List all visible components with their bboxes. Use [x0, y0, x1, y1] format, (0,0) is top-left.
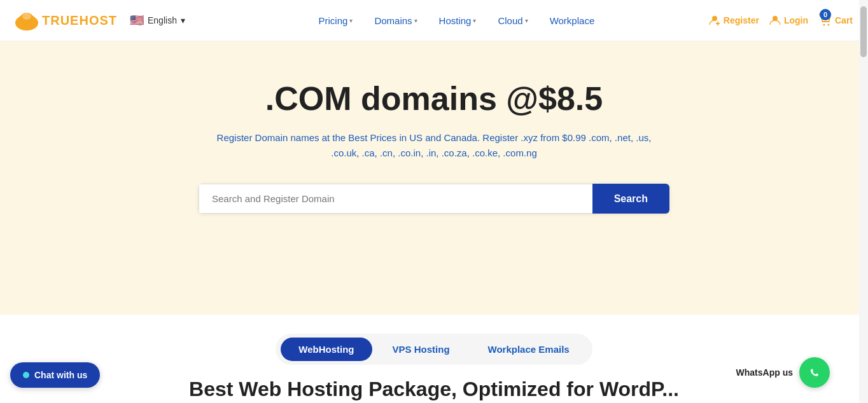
tab-webhosting[interactable]: WebHosting [281, 338, 372, 361]
nav-actions: Register Login 0 Cart [709, 14, 853, 27]
hero-subtitle: Register Domain names at the Best Prices… [217, 130, 652, 161]
svg-point-9 [827, 24, 829, 26]
cloud-caret-icon: ▾ [525, 17, 528, 24]
chat-label: Chat with us [34, 370, 87, 380]
bottom-title: Best Web Hosting Package, Optimized for … [189, 378, 679, 401]
whatsapp-button[interactable] [799, 357, 830, 388]
language-selector[interactable]: 🇺🇸 English ▾ [130, 13, 185, 27]
hero-section: .COM domains @$8.5 Register Domain names… [0, 41, 868, 315]
language-label: English [148, 15, 177, 25]
cart-count-badge: 0 [820, 9, 831, 20]
nav-item-cloud[interactable]: Cloud ▾ [489, 10, 536, 31]
nav-links: Pricing ▾ Domains ▾ Hosting ▾ Cloud ▾ Wo… [204, 10, 709, 31]
hosting-caret-icon: ▾ [473, 17, 476, 24]
tab-vps-hosting[interactable]: VPS Hosting [375, 338, 468, 361]
svg-point-3 [22, 13, 31, 20]
register-user-icon [709, 15, 720, 26]
cart-button[interactable]: 0 Cart [818, 14, 853, 27]
whatsapp-section: WhatsApp us [736, 357, 830, 388]
lang-caret-icon: ▾ [181, 15, 185, 25]
whatsapp-icon [806, 364, 823, 381]
logo-link[interactable]: TRUEHOST [15, 10, 117, 31]
register-button[interactable]: Register [709, 15, 759, 26]
whatsapp-label: WhatsApp us [736, 367, 793, 378]
search-button[interactable]: Search [592, 184, 669, 214]
domain-search-bar: Search [199, 184, 669, 214]
search-input[interactable] [199, 184, 592, 214]
svg-point-10 [806, 364, 823, 381]
brand-name: TRUEHOST [42, 13, 117, 28]
nav-item-hosting[interactable]: Hosting ▾ [430, 10, 486, 31]
nav-item-pricing[interactable]: Pricing ▾ [310, 10, 362, 31]
page-scrollbar[interactable] [859, 0, 868, 403]
chat-with-us-button[interactable]: Chat with us [10, 362, 100, 388]
flag-icon: 🇺🇸 [130, 13, 144, 27]
nav-item-domains[interactable]: Domains ▾ [365, 10, 426, 31]
nav-item-workplace[interactable]: Workplace [541, 10, 604, 31]
navbar: TRUEHOST 🇺🇸 English ▾ Pricing ▾ Domains … [0, 0, 868, 41]
login-button[interactable]: Login [769, 15, 808, 26]
chat-online-dot [23, 372, 29, 378]
tab-workplace-emails[interactable]: Workplace Emails [470, 338, 587, 361]
domains-caret-icon: ▾ [414, 17, 417, 24]
scrollbar-thumb [860, 6, 867, 57]
tabs-row: WebHosting VPS Hosting Workplace Emails [276, 334, 592, 365]
hero-title: .COM domains @$8.5 [265, 79, 603, 118]
svg-point-8 [823, 24, 825, 26]
login-user-icon [769, 15, 781, 26]
logo-icon [15, 10, 38, 31]
pricing-caret-icon: ▾ [349, 17, 353, 24]
